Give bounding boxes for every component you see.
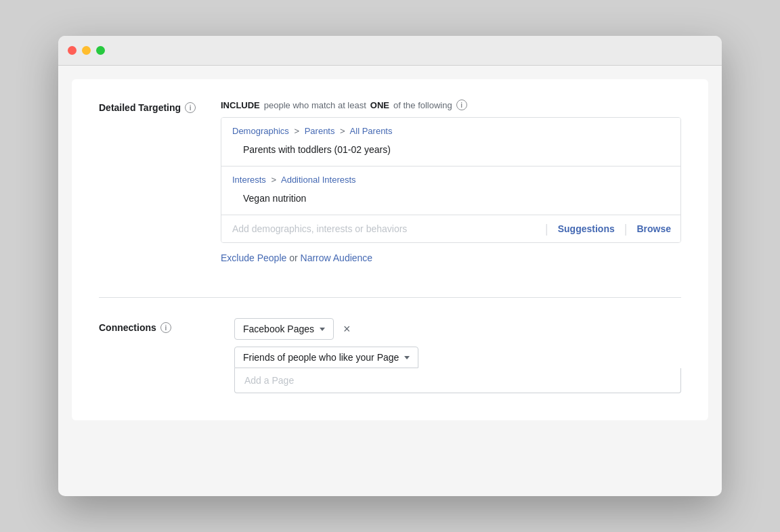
section-divider <box>99 297 681 298</box>
friends-dropdown[interactable]: Friends of people who like your Page <box>234 347 418 368</box>
targeting-content: INCLUDE people who match at least ONE of… <box>221 99 681 284</box>
interests-item: Vegan nutrition <box>232 189 670 210</box>
main-content: Detailed Targeting i INCLUDE people who … <box>72 79 708 420</box>
titlebar <box>58 36 722 66</box>
facebook-pages-dropdown[interactable]: Facebook Pages <box>234 318 334 340</box>
parents-link[interactable]: Parents <box>305 126 335 136</box>
search-input[interactable] <box>221 215 545 242</box>
targeting-box: Demographics > Parents > All Parents Par… <box>221 117 681 243</box>
include-prefix: INCLUDE <box>221 100 260 110</box>
exclude-people-link[interactable]: Exclude People <box>221 252 286 263</box>
additional-interests-link[interactable]: Additional Interests <box>281 175 356 185</box>
exclude-row: Exclude People or Narrow Audience <box>221 252 681 263</box>
friends-dropdown-container: Friends of people who like your Page <box>234 347 681 393</box>
connections-top-row: Facebook Pages × <box>234 318 681 340</box>
close-button[interactable] <box>68 46 77 55</box>
demographics-item: Parents with toddlers (01-02 years) <box>232 140 670 162</box>
include-description: INCLUDE people who match at least ONE of… <box>221 99 681 110</box>
all-parents-link[interactable]: All Parents <box>350 126 393 136</box>
detailed-targeting-info-icon[interactable]: i <box>185 102 196 113</box>
separator-2: > <box>340 126 345 136</box>
connections-controls: Facebook Pages × Friends of people who l… <box>234 318 681 393</box>
search-row: | Suggestions | Browse <box>221 215 680 242</box>
interests-link[interactable]: Interests <box>232 175 266 185</box>
friends-dropdown-label: Friends of people who like your Page <box>243 352 399 363</box>
detailed-targeting-text: Detailed Targeting <box>99 102 181 113</box>
interests-path: Interests > Additional Interests <box>232 175 670 185</box>
narrow-audience-link[interactable]: Narrow Audience <box>301 252 373 263</box>
add-page-input[interactable] <box>235 368 680 393</box>
include-suffix: of the following <box>393 100 452 110</box>
traffic-lights <box>68 46 105 55</box>
separator-1: > <box>294 126 299 136</box>
facebook-pages-label: Facebook Pages <box>243 324 314 334</box>
add-page-input-wrapper <box>234 368 681 393</box>
or-text: or <box>289 252 300 263</box>
interests-category: Interests > Additional Interests Vegan n… <box>221 166 680 215</box>
separator-3: > <box>271 175 276 185</box>
connections-info-icon[interactable]: i <box>160 322 171 333</box>
connections-section: Connections i Facebook Pages × Friends o… <box>99 318 681 393</box>
detailed-targeting-label: Detailed Targeting i <box>99 99 221 113</box>
facebook-pages-close-button[interactable]: × <box>341 322 353 336</box>
include-body: people who match at least <box>264 100 366 110</box>
demographics-path: Demographics > Parents > All Parents <box>232 126 670 136</box>
include-info-icon[interactable]: i <box>456 99 467 110</box>
connections-text: Connections <box>99 322 156 333</box>
main-window: Detailed Targeting i INCLUDE people who … <box>58 36 722 496</box>
include-one: ONE <box>370 100 389 110</box>
suggestions-button[interactable]: Suggestions <box>548 215 624 242</box>
connections-label: Connections i <box>99 318 221 333</box>
browse-button[interactable]: Browse <box>627 215 680 242</box>
facebook-pages-chevron-icon <box>320 328 325 331</box>
detailed-targeting-section: Detailed Targeting i INCLUDE people who … <box>99 99 681 284</box>
minimize-button[interactable] <box>82 46 91 55</box>
maximize-button[interactable] <box>96 46 105 55</box>
friends-dropdown-chevron-icon <box>404 356 410 359</box>
demographics-link[interactable]: Demographics <box>232 126 289 136</box>
demographics-category: Demographics > Parents > All Parents Par… <box>221 118 680 166</box>
